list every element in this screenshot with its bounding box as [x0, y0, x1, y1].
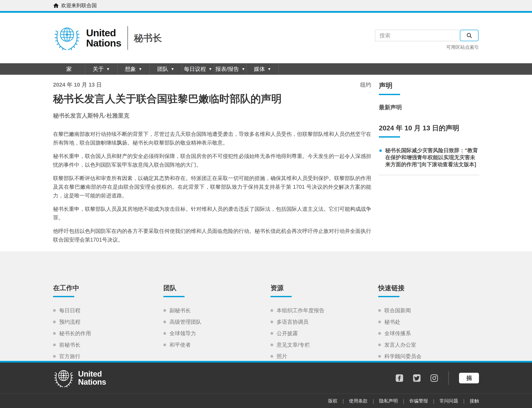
sidebar-statement-link[interactable]: 秘书长国际减少灾害风险日致辞：“教育在保护和增强青年权能以实现无灾害未来方面的作… — [385, 147, 479, 168]
bullet-icon — [53, 332, 56, 335]
footer-link[interactable]: 联合国新闻 — [384, 307, 411, 314]
search-area: 可用区站点索引 — [375, 30, 479, 51]
facebook-icon[interactable] — [395, 374, 403, 382]
statement-article: 2024 年 10 月 13 日 纽约 秘书长发言人关于联合国驻黎巴嫩临时部队的… — [53, 75, 371, 249]
bullet-icon: ● — [379, 147, 382, 168]
bullet-icon — [378, 321, 381, 323]
footer-un-logo-link[interactable]: United Nations — [53, 367, 106, 389]
link-separator: | — [343, 398, 344, 404]
sidebar-heading: 声明 — [379, 81, 479, 90]
sidebar-date-heading: 2024 年 10 月 13 日的声明 — [379, 124, 479, 133]
article-paragraph: 联黎部队不断评估和审查所有因素，以确定其态势和存在。特派团正在采取一切可能的措施… — [53, 174, 371, 200]
search-button[interactable] — [460, 30, 479, 41]
footer-link-item: 公开披露 — [270, 330, 378, 337]
footer-column-heading: 资源 — [270, 284, 378, 292]
site-header: United Nations 秘书长 可用区站点索引 — [0, 13, 532, 63]
footer-link-item: 全球传播系 — [378, 330, 479, 337]
nav-item[interactable]: 报表/报告 ▼ — [214, 63, 247, 75]
site-title-link[interactable]: 秘书长 — [134, 32, 162, 44]
article-title: 秘书长发言人关于联合国驻黎巴嫩临时部队的声明 — [53, 92, 371, 106]
donate-button[interactable]: 捐 — [459, 373, 479, 383]
footer-link-item: 本组织工作年度报告 — [270, 307, 378, 314]
header-divider — [127, 26, 128, 50]
bullet-icon — [53, 355, 56, 358]
footer-link[interactable]: 全球领导力 — [169, 330, 196, 337]
footer-link[interactable]: 照片 — [277, 353, 287, 360]
footer-link-item: 全球领导力 — [163, 330, 270, 337]
footer-link-item: 每日日程 — [53, 307, 163, 314]
nav-item[interactable]: 想象 ▼ — [117, 63, 150, 75]
footer-column-heading: 在工作中 — [53, 284, 163, 292]
link-separator: | — [463, 398, 465, 404]
search-input[interactable] — [375, 30, 460, 41]
un-logo-link[interactable]: United Nations — [53, 24, 121, 52]
nav-item[interactable]: 媒体 ▼ — [247, 63, 279, 75]
footer-link[interactable]: 全球传播系 — [384, 330, 411, 337]
search-icon — [466, 32, 472, 39]
heading-underline — [53, 296, 74, 297]
nav-item[interactable]: 家 ▼ — [53, 63, 85, 75]
footer-link[interactable]: 秘书处 — [384, 318, 400, 325]
chevron-down-icon: ▼ — [171, 67, 174, 71]
footer-bottom-link[interactable]: 版权 — [328, 398, 338, 404]
heading-underline — [378, 296, 399, 297]
nav-item[interactable]: 每日议程 ▼ — [182, 63, 214, 75]
footer-links-section: 在工作中 每日日程预约流程秘书长的作用前秘书长官方旅行 团队 副秘书长高级管理团… — [0, 251, 532, 361]
footer-bottom-link[interactable]: 接触 — [470, 398, 479, 404]
footer-link[interactable]: 每日日程 — [59, 307, 80, 314]
latest-statements-link[interactable]: 最新声明 — [379, 104, 479, 111]
link-separator: | — [433, 398, 434, 404]
heading-underline — [379, 94, 400, 95]
footer-link[interactable]: 官方旅行 — [59, 353, 80, 360]
bullet-icon — [270, 309, 273, 312]
footer-link-item: 照片 — [270, 353, 378, 360]
footer-link[interactable]: 高级管理团队 — [169, 318, 201, 325]
footer-link[interactable]: 意见文章/专栏 — [277, 341, 310, 348]
footer-link[interactable]: 和平使者 — [169, 341, 191, 348]
footer-column-heading: 快速链接 — [378, 284, 479, 292]
nav-item-label: 每日议程 — [184, 65, 206, 73]
footer-link-item: 前秘书长 — [53, 341, 163, 348]
footer-column-heading: 团队 — [163, 284, 270, 292]
nav-item[interactable]: 团队 ▼ — [150, 63, 182, 75]
footer-link[interactable]: 副秘书长 — [169, 307, 191, 314]
un-emblem-icon — [53, 367, 74, 389]
footer-link-item: 高级管理团队 — [163, 318, 270, 325]
bullet-icon — [163, 343, 166, 346]
bullet-icon — [270, 332, 273, 335]
article-location: 纽约 — [360, 81, 371, 88]
instagram-icon[interactable] — [430, 374, 438, 382]
footer-link[interactable]: 多语言协调员 — [277, 318, 308, 325]
nav-item[interactable]: 关于 ▼ — [85, 63, 117, 75]
footer-link[interactable]: 公开披露 — [277, 330, 298, 337]
twitter-icon[interactable] — [413, 374, 421, 382]
footer-link[interactable]: 发言人办公室 — [384, 341, 416, 348]
footer-bottom-link[interactable]: 诈骗警报 — [409, 398, 428, 404]
footer-bottom-link[interactable]: 常问问题 — [440, 398, 458, 404]
article-paragraph: 秘书长重申，联合国人员和财产的安全必须得到保障，联合国房舍的不可侵犯性必须始终无… — [53, 152, 371, 169]
footer-link-item: 官方旅行 — [53, 353, 163, 360]
article-byline: 秘书长发言人斯特凡·杜雅里克 — [53, 112, 371, 119]
footer-link[interactable]: 预约流程 — [59, 318, 80, 325]
welcome-link[interactable]: 欢迎来到联合国 — [61, 2, 97, 9]
heading-underline — [163, 296, 184, 297]
bullet-icon — [378, 332, 381, 335]
footer-bottom-link[interactable]: 使用条款 — [349, 398, 368, 404]
bullet-icon — [270, 355, 273, 358]
bullet-icon — [378, 355, 381, 358]
site-index-link[interactable]: 可用区站点索引 — [375, 44, 479, 51]
footer-bottom-link[interactable]: 隐私声明 — [379, 398, 398, 404]
bullet-icon — [270, 343, 273, 346]
footer-link[interactable]: 科学顾问委员会 — [384, 353, 422, 360]
footer-link-item: 发言人办公室 — [378, 341, 479, 348]
footer-link[interactable]: 前秘书长 — [59, 341, 80, 348]
bullet-icon — [163, 309, 166, 312]
footer-link-item: 和平使者 — [163, 341, 270, 348]
nav-item-label: 媒体 — [254, 65, 265, 73]
footer-link[interactable]: 本组织工作年度报告 — [277, 307, 324, 314]
footer-brand-wordmark: United Nations — [78, 370, 106, 386]
nav-item-label: 团队 — [157, 65, 168, 73]
footer-link[interactable]: 秘书长的作用 — [59, 330, 91, 337]
chevron-down-icon: ▼ — [106, 67, 110, 71]
home-icon — [53, 2, 59, 8]
